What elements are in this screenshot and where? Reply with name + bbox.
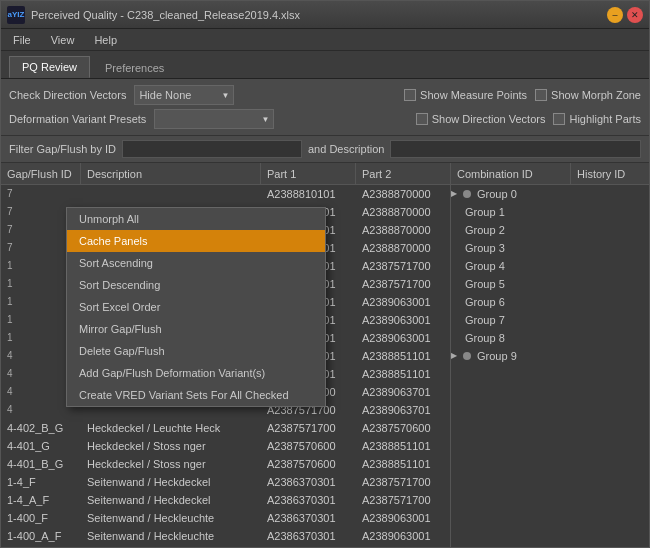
th-history-id: History ID (571, 163, 649, 184)
title-controls: – ✕ (607, 7, 643, 23)
combo-label: Group 1 (463, 205, 507, 219)
show-measure-checkbox[interactable] (404, 89, 416, 101)
filter-desc-label: and Description (308, 143, 384, 155)
tab-pq-review[interactable]: PQ Review (9, 56, 90, 78)
show-measure-group: Show Measure Points (404, 89, 527, 101)
table-row[interactable]: 1-400_F Seitenwand / Heckleuchte A238637… (1, 509, 450, 527)
context-menu: Unmorph All Cache Panels Sort Ascending … (66, 207, 326, 407)
combo-row[interactable] (451, 545, 649, 547)
th-combination-id: Combination ID (451, 163, 571, 184)
menu-bar: File View Help (1, 29, 649, 51)
ctx-delete[interactable]: Delete Gap/Flush (67, 340, 325, 362)
th-gap-flush-id: Gap/Flush ID (1, 163, 81, 184)
show-measure-label: Show Measure Points (420, 89, 527, 101)
show-morph-label: Show Morph Zone (551, 89, 641, 101)
combo-label: Group 7 (463, 313, 507, 327)
filter-id-label: Filter Gap/Flush by ID (9, 143, 116, 155)
tab-bar: PQ Review Preferences (1, 51, 649, 79)
combo-row[interactable] (451, 509, 649, 527)
combo-row[interactable] (451, 383, 649, 401)
combo-row[interactable] (451, 491, 649, 509)
table-row[interactable]: 4-401_G Heckdeckel / Stoss nger A2387570… (1, 437, 450, 455)
highlight-parts-label: Highlight Parts (569, 113, 641, 125)
filter-row: Filter Gap/Flush by ID and Description (1, 136, 649, 163)
ctx-mirror[interactable]: Mirror Gap/Flush (67, 318, 325, 340)
menu-help[interactable]: Help (90, 32, 121, 48)
deformation-dropdown[interactable]: ▼ (154, 109, 274, 129)
show-direction-group: Show Direction Vectors (416, 113, 546, 125)
table-row[interactable]: 4-402_B_G Heckdeckel / Leuchte Heck A238… (1, 419, 450, 437)
highlight-parts-checkbox[interactable] (553, 113, 565, 125)
table-body-right: ▶ Group 0 Group 1 Group 2 Group 3 (451, 185, 649, 547)
ctx-create-vred[interactable]: Create VRED Variant Sets For All Checked (67, 384, 325, 406)
combo-label: Group 8 (463, 331, 507, 345)
combo-row[interactable] (451, 401, 649, 419)
ctx-sort-excel[interactable]: Sort Excel Order (67, 296, 325, 318)
ctx-cache-panels[interactable]: Cache Panels (67, 230, 325, 252)
th-description: Description (81, 163, 261, 184)
table-row[interactable]: 4-401_B_G Heckdeckel / Stoss nger A23875… (1, 455, 450, 473)
table-container: Gap/Flush ID Description Part 1 Part 2 U… (1, 163, 649, 547)
close-button[interactable]: ✕ (627, 7, 643, 23)
combo-row[interactable] (451, 365, 649, 383)
combo-row[interactable]: Group 8 (451, 329, 649, 347)
dropdown-arrow: ▼ (221, 91, 229, 100)
table-row[interactable]: 1-4_F Seitenwand / Heckdeckel A238637030… (1, 473, 450, 491)
table-left: Gap/Flush ID Description Part 1 Part 2 U… (1, 163, 451, 547)
expand-arrow: ▶ (451, 351, 457, 360)
table-row[interactable]: 7 A2388810101 A2388870000 (1, 185, 450, 203)
menu-file[interactable]: File (9, 32, 35, 48)
minimize-button[interactable]: – (607, 7, 623, 23)
check-direction-dropdown[interactable]: Hide None ▼ (134, 85, 234, 105)
combo-row[interactable] (451, 437, 649, 455)
main-window: aYIZ Perceived Quality - C238_cleaned_Re… (0, 0, 650, 548)
combo-label: Group 4 (463, 259, 507, 273)
combo-label: Group 5 (463, 277, 507, 291)
th-part1: Part 1 (261, 163, 356, 184)
filter-desc-input[interactable] (390, 140, 641, 158)
combo-label: Group 2 (463, 223, 507, 237)
combo-row[interactable]: Group 6 (451, 293, 649, 311)
filter-id-input[interactable] (122, 140, 302, 158)
combo-dot (463, 190, 471, 198)
combo-dot (463, 352, 471, 360)
combo-row[interactable]: Group 7 (451, 311, 649, 329)
combo-row[interactable]: Group 4 (451, 257, 649, 275)
table-row[interactable]: 1-400_B_F Seitenwand / Heckleuchte A2386… (1, 545, 450, 547)
deformation-label: Deformation Variant Presets (9, 113, 146, 125)
combo-row[interactable] (451, 473, 649, 491)
th-part2: Part 2 (356, 163, 451, 184)
show-direction-label: Show Direction Vectors (432, 113, 546, 125)
tab-preferences[interactable]: Preferences (92, 57, 177, 78)
ctx-sort-desc[interactable]: Sort Descending (67, 274, 325, 296)
dropdown-arrow2: ▼ (261, 115, 269, 124)
table-header-left: Gap/Flush ID Description Part 1 Part 2 (1, 163, 450, 185)
combo-label: Group 6 (463, 295, 507, 309)
combo-row[interactable]: Group 5 (451, 275, 649, 293)
table-right: Combination ID History ID ▶ Group 0 Grou… (451, 163, 649, 547)
combo-row[interactable] (451, 419, 649, 437)
title-bar: aYIZ Perceived Quality - C238_cleaned_Re… (1, 1, 649, 29)
combo-row[interactable] (451, 455, 649, 473)
combo-row[interactable]: Group 2 (451, 221, 649, 239)
combo-label: Group 0 (475, 187, 519, 201)
app-logo: aYIZ (7, 6, 25, 24)
highlight-parts-group: Highlight Parts (553, 113, 641, 125)
combo-row[interactable] (451, 527, 649, 545)
ctx-sort-asc[interactable]: Sort Ascending (67, 252, 325, 274)
toolbar: Check Direction Vectors Hide None ▼ Show… (1, 79, 649, 136)
combo-row[interactable]: ▶ Group 0 (451, 185, 649, 203)
window-title: Perceived Quality - C238_cleaned_Release… (31, 9, 607, 21)
combo-label: Group 3 (463, 241, 507, 255)
table-body-left: Unmorph All Cache Panels Sort Ascending … (1, 185, 450, 547)
combo-row[interactable]: Group 1 (451, 203, 649, 221)
combo-row[interactable]: ▶ Group 9 (451, 347, 649, 365)
show-morph-checkbox[interactable] (535, 89, 547, 101)
menu-view[interactable]: View (47, 32, 79, 48)
table-row[interactable]: 1-400_A_F Seitenwand / Heckleuchte A2386… (1, 527, 450, 545)
table-row[interactable]: 1-4_A_F Seitenwand / Heckdeckel A2386370… (1, 491, 450, 509)
ctx-unmorph-all[interactable]: Unmorph All (67, 208, 325, 230)
combo-row[interactable]: Group 3 (451, 239, 649, 257)
show-direction-checkbox[interactable] (416, 113, 428, 125)
ctx-add-deform[interactable]: Add Gap/Flush Deformation Variant(s) (67, 362, 325, 384)
